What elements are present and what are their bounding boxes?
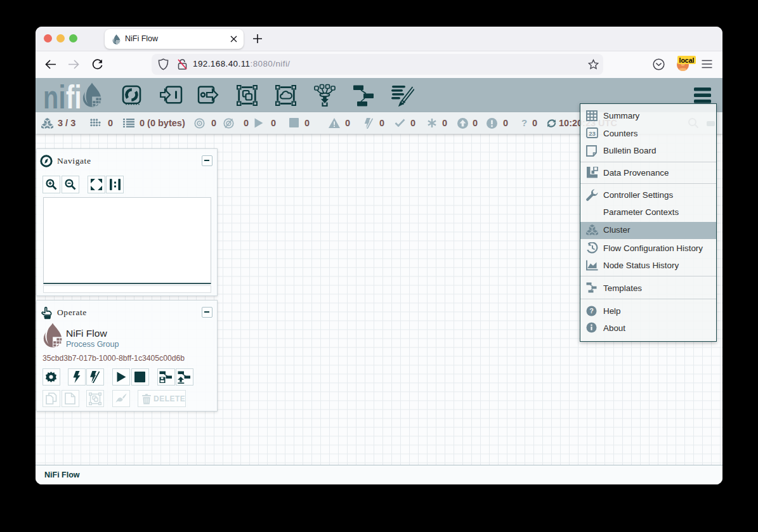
svg-text:23: 23 <box>589 130 596 137</box>
svg-text:?: ? <box>589 307 594 315</box>
